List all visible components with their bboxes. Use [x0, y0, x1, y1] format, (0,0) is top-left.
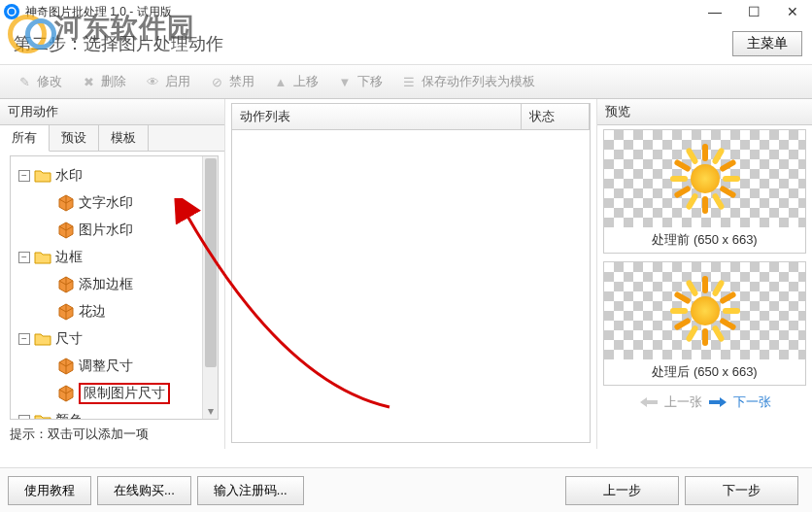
- folder-open-icon: [34, 168, 51, 184]
- window-controls: — ☐ ✕: [695, 0, 812, 23]
- preview-before-image: [604, 130, 805, 227]
- actions-tree: −水印 文字水印 图片水印 −边框 添加边框 花边 −尺寸 调整尺寸 限制图片尺…: [11, 156, 218, 419]
- action-list-panel: 动作列表 状态: [225, 99, 596, 449]
- preview-before-label: 处理前 (650 x 663): [604, 227, 805, 253]
- tree-hint: 提示：双击可以添加一项: [0, 422, 224, 449]
- enable-button[interactable]: 👁启用: [136, 69, 198, 94]
- tree-item-resize[interactable]: 调整尺寸: [15, 353, 214, 380]
- preview-panel: 预览 处理前 (650 x 663) 处理后 (650 x 663) 上一张: [596, 99, 812, 449]
- tree-node-size[interactable]: −尺寸: [15, 325, 214, 353]
- collapse-icon[interactable]: −: [18, 252, 30, 263]
- action-tabs: 所有 预设 模板: [0, 125, 224, 152]
- tab-all[interactable]: 所有: [0, 125, 50, 152]
- tree-item-add-border[interactable]: 添加边框: [15, 271, 214, 298]
- cube-icon: [57, 194, 75, 212]
- maximize-button[interactable]: ☐: [734, 0, 773, 23]
- app-icon: [4, 4, 19, 19]
- next-image-button[interactable]: 下一张: [733, 393, 771, 411]
- folder-open-icon: [34, 331, 51, 347]
- col-action: 动作列表: [232, 104, 522, 129]
- buy-button[interactable]: 在线购买...: [97, 476, 191, 505]
- preview-after-image: [604, 262, 805, 359]
- arrow-up-icon: ▲: [272, 73, 289, 90]
- window-title: 神奇图片批处理 1.0 - 试用版: [25, 4, 172, 20]
- tab-preset[interactable]: 预设: [50, 125, 99, 151]
- cube-icon: [57, 222, 75, 239]
- move-down-button[interactable]: ▼下移: [328, 69, 390, 94]
- minimize-button[interactable]: —: [695, 0, 734, 23]
- preview-title: 预览: [597, 99, 812, 125]
- save-icon: ☰: [400, 73, 418, 90]
- step-header: 第二步：选择图片处理动作 主菜单: [0, 23, 812, 65]
- tree-item-limit-size[interactable]: 限制图片尺寸: [15, 380, 214, 407]
- pencil-icon: ✎: [16, 73, 33, 90]
- step-title: 第二步：选择图片处理动作: [14, 32, 223, 55]
- left-panel-title: 可用动作: [0, 99, 224, 125]
- eye-off-icon: ⊘: [208, 73, 225, 90]
- scrollbar-thumb[interactable]: [205, 158, 217, 367]
- folder-open-icon: [34, 250, 51, 265]
- sun-icon: [670, 144, 740, 214]
- arrow-left-icon: [639, 396, 659, 408]
- sun-icon: [670, 276, 740, 346]
- save-template-button[interactable]: ☰保存动作列表为模板: [392, 69, 543, 94]
- tree-node-color[interactable]: −颜色: [15, 407, 214, 419]
- tab-template[interactable]: 模板: [99, 125, 149, 151]
- scroll-down-icon[interactable]: ▾: [203, 403, 219, 419]
- tree-item-text-watermark[interactable]: 文字水印: [15, 189, 214, 217]
- next-step-button[interactable]: 下一步: [685, 476, 798, 505]
- delete-button[interactable]: ✖删除: [72, 69, 134, 94]
- arrow-down-icon: ▼: [336, 73, 354, 90]
- collapse-icon[interactable]: −: [18, 170, 30, 182]
- cube-icon: [57, 358, 75, 375]
- collapse-icon[interactable]: −: [18, 333, 30, 345]
- tree-node-border[interactable]: −边框: [15, 244, 214, 271]
- cube-icon: [57, 385, 75, 402]
- tutorial-button[interactable]: 使用教程: [8, 476, 91, 505]
- preview-after-box: 处理后 (650 x 663): [603, 261, 806, 386]
- modify-button[interactable]: ✎修改: [8, 69, 70, 94]
- eye-icon: 👁: [144, 73, 161, 90]
- main-menu-button[interactable]: 主菜单: [732, 31, 802, 56]
- register-button[interactable]: 输入注册码...: [197, 476, 304, 505]
- prev-image-button[interactable]: 上一张: [664, 393, 702, 411]
- move-up-button[interactable]: ▲上移: [264, 69, 326, 94]
- col-status: 状态: [522, 104, 590, 129]
- preview-pager: 上一张 下一张: [597, 390, 812, 415]
- disable-button[interactable]: ⊘禁用: [200, 69, 262, 94]
- footer-bar: 使用教程 在线购买... 输入注册码... 上一步 下一步: [0, 467, 812, 512]
- preview-before-box: 处理前 (650 x 663): [603, 129, 806, 254]
- close-button[interactable]: ✕: [773, 0, 812, 23]
- tree-node-watermark[interactable]: −水印: [15, 162, 214, 189]
- cube-icon: [57, 303, 75, 321]
- action-toolbar: ✎修改 ✖删除 👁启用 ⊘禁用 ▲上移 ▼下移 ☰保存动作列表为模板: [0, 65, 812, 99]
- title-bar: 神奇图片批处理 1.0 - 试用版 — ☐ ✕: [0, 0, 812, 23]
- delete-icon: ✖: [80, 73, 97, 90]
- action-list-body[interactable]: [231, 130, 591, 443]
- prev-step-button[interactable]: 上一步: [565, 476, 679, 505]
- action-list-header: 动作列表 状态: [231, 103, 591, 130]
- cube-icon: [57, 276, 75, 293]
- preview-after-label: 处理后 (650 x 663): [604, 359, 805, 385]
- arrow-right-icon: [708, 396, 727, 408]
- folder-open-icon: [34, 413, 51, 419]
- tree-item-image-watermark[interactable]: 图片水印: [15, 217, 214, 244]
- collapse-icon[interactable]: −: [18, 415, 30, 419]
- tree-scrollbar[interactable]: ▾: [202, 156, 218, 419]
- tree-item-lace[interactable]: 花边: [15, 298, 214, 325]
- svg-point-0: [8, 8, 16, 16]
- available-actions-panel: 可用动作 所有 预设 模板 −水印 文字水印 图片水印 −边框 添加边框 花边 …: [0, 99, 225, 449]
